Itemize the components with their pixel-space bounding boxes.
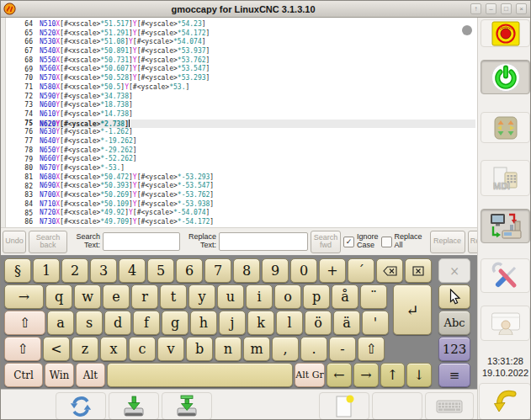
settings-button[interactable] <box>481 258 530 293</box>
code-line-64[interactable]: N510X[#<xscale>*51.517]Y[#<yscale>*54.23… <box>40 20 475 29</box>
close-button[interactable]: × <box>516 3 527 14</box>
key-arrow-left[interactable]: ← <box>327 363 352 387</box>
key-plus[interactable]: + <box>319 258 346 283</box>
key-caps-lock[interactable]: ⇧ <box>4 311 45 335</box>
code-line-67[interactable]: N540X[#<xscale>*50.891]Y[#<yscale>*53.93… <box>40 47 475 56</box>
key-alt-gr[interactable]: Alt Gr <box>295 363 325 387</box>
new-file-button[interactable] <box>319 392 369 420</box>
save-file-button[interactable] <box>109 392 159 420</box>
key-7[interactable]: 7 <box>204 258 231 283</box>
key-o[interactable]: o <box>274 284 301 309</box>
key-arrow-down[interactable]: ↓ <box>406 363 432 387</box>
key-5[interactable]: 5 <box>147 258 174 283</box>
key-section[interactable]: § <box>4 258 31 283</box>
toolbar-empty-button[interactable] <box>372 392 422 420</box>
key-Alt[interactable]: Alt <box>76 363 105 387</box>
emergency-stop-button[interactable] <box>481 19 530 47</box>
key-enter[interactable]: ↵ <box>393 284 432 335</box>
code-line-66[interactable]: N530X[#<xscale>*51.08]Y[#<yscale>*54.074… <box>40 38 475 47</box>
key-c[interactable]: c <box>129 337 156 361</box>
code-line-74[interactable]: N610Y[#<yscale>*14.738] <box>40 110 475 120</box>
key-minus[interactable]: - <box>329 337 356 361</box>
manual-mode-button[interactable] <box>481 112 530 143</box>
code-line-78[interactable]: N650Y[#<yscale>*-29.262] <box>40 146 475 156</box>
auto-mode-button[interactable] <box>481 209 530 243</box>
search-fwd-button[interactable]: Search fwd <box>311 231 341 253</box>
key-3[interactable]: 3 <box>90 258 117 283</box>
key-w[interactable]: w <box>74 284 101 309</box>
code-line-83[interactable]: N700X[#<xscale>*50.269]Y[#<yscale>*-53.7… <box>40 191 475 200</box>
key-123[interactable]: 123 <box>438 337 470 361</box>
key-space[interactable] <box>107 363 293 387</box>
save-file-as-button[interactable] <box>162 392 212 420</box>
ignore-case-checkbox[interactable]: ✓ <box>343 237 354 247</box>
key-less-than[interactable]: < <box>43 337 70 361</box>
code-line-81[interactable]: N680X[#<xscale>*50.472]Y[#<yscale>*-53.2… <box>40 173 475 183</box>
code-line-80[interactable]: N670Y[#<yscale>*-53.] <box>40 164 475 173</box>
key-0[interactable]: 0 <box>290 258 317 283</box>
code-line-86[interactable]: N730X[#<xscale>*49.709]Y[#<yscale>*-54.1… <box>40 218 475 227</box>
key-r[interactable]: r <box>131 284 158 309</box>
key-x[interactable]: x <box>100 337 127 361</box>
key-m[interactable]: m <box>243 337 270 361</box>
code-line-77[interactable]: N640Y[#<yscale>*-19.262] <box>40 137 475 146</box>
search-back-button[interactable]: Search back <box>29 231 67 253</box>
key-q[interactable]: q <box>45 284 72 309</box>
replace-text-input[interactable] <box>219 232 308 251</box>
key-period[interactable]: . <box>300 337 327 361</box>
key-z[interactable]: z <box>72 337 98 361</box>
key-acute[interactable]: ´ <box>348 258 374 283</box>
key-1[interactable]: 1 <box>33 258 60 283</box>
gcode-editor[interactable]: 6465666768697071727374757677787980818283… <box>1 18 477 227</box>
code-line-75[interactable]: N620Y[#<yscale>*2.738] <box>40 120 475 129</box>
key-pointer[interactable] <box>438 284 470 309</box>
key-ö[interactable]: ö <box>305 311 332 335</box>
code-line-82[interactable]: N690X[#<xscale>*50.393]Y[#<yscale>*-53.5… <box>40 182 475 191</box>
maximize-button[interactable]: □ <box>501 3 512 14</box>
key-b[interactable]: b <box>186 337 213 361</box>
code-line-73[interactable]: N600Y[#<yscale>*18.738] <box>40 101 475 110</box>
key-9[interactable]: 9 <box>262 258 289 283</box>
key-comma[interactable]: , <box>272 337 299 361</box>
shade-button[interactable]: ↑ <box>470 3 481 14</box>
user-lock-button[interactable] <box>481 306 530 341</box>
minimize-button[interactable]: – <box>486 3 496 14</box>
key-i[interactable]: i <box>246 284 273 309</box>
key-8[interactable]: 8 <box>233 258 260 283</box>
key-a[interactable]: a <box>47 311 74 335</box>
key-d[interactable]: d <box>104 311 131 335</box>
key-tab[interactable]: → <box>4 284 44 309</box>
key-n[interactable]: n <box>215 337 242 361</box>
key-2[interactable]: 2 <box>61 258 88 283</box>
key-ä[interactable]: ä <box>333 311 360 335</box>
editor-code[interactable]: N510X[#<xscale>*51.517]Y[#<yscale>*54.23… <box>40 20 475 227</box>
key-å[interactable]: å <box>332 284 358 309</box>
code-line-85[interactable]: N720X[#<xscale>*49.92]Y[#<yscale>*-54.07… <box>40 209 475 218</box>
key-Win[interactable]: Win <box>45 363 74 387</box>
key-u[interactable]: u <box>217 284 244 309</box>
key-delete[interactable] <box>405 258 432 283</box>
key-j[interactable]: j <box>219 311 246 335</box>
code-line-76[interactable]: N630Y[#<yscale>*-1.262] <box>40 128 475 137</box>
machine-on-button[interactable] <box>481 60 530 94</box>
reload-file-button[interactable] <box>56 392 106 420</box>
key-shift-left[interactable]: ⇧ <box>4 337 41 361</box>
mdi-mode-button[interactable]: MDI <box>481 160 530 196</box>
replace-all-checkbox[interactable] <box>381 237 392 247</box>
key-arrow-right[interactable]: → <box>353 363 379 387</box>
code-line-70[interactable]: N570X[#<xscale>*50.528]Y[#<yscale>*53.29… <box>40 74 475 83</box>
code-line-68[interactable]: N550X[#<xscale>*50.731]Y[#<yscale>*53.76… <box>40 56 475 66</box>
key-g[interactable]: g <box>162 311 189 335</box>
back-button[interactable] <box>479 383 531 420</box>
key-p[interactable]: p <box>303 284 330 309</box>
code-line-84[interactable]: N710X[#<xscale>*50.109]Y[#<yscale>*-53.9… <box>40 200 475 210</box>
key-diaeresis[interactable]: ¨ <box>360 284 387 309</box>
key-e[interactable]: e <box>103 284 130 309</box>
key-v[interactable]: v <box>157 337 184 361</box>
replace-button[interactable]: Replace <box>430 231 465 253</box>
key-abc[interactable]: Abc <box>438 311 470 335</box>
undo-button[interactable]: Undo <box>3 231 26 253</box>
key-close-keyboard[interactable]: × <box>438 258 470 283</box>
key-f[interactable]: f <box>133 311 160 335</box>
code-line-79[interactable]: N660Y[#<yscale>*-52.262] <box>40 155 475 164</box>
